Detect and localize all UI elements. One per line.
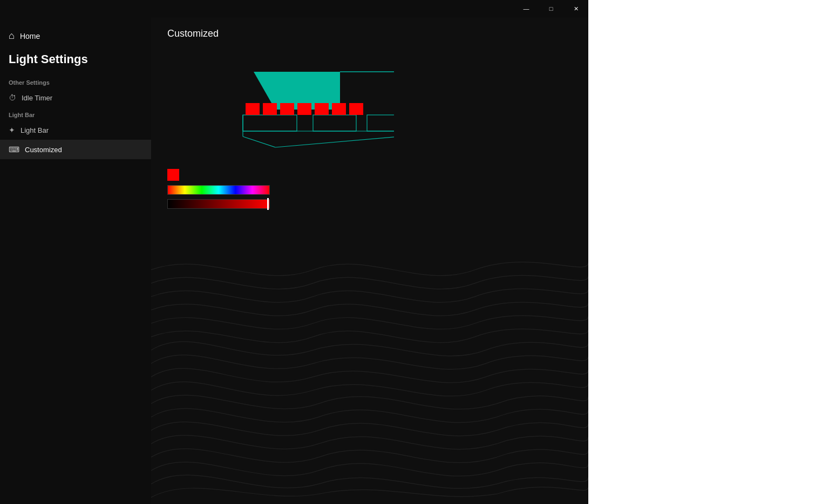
slider-thumb [267,198,269,210]
svg-line-9 [275,137,394,147]
home-link[interactable]: ⌂ Home [0,26,151,46]
light-bar-nav-label: Light Bar [21,126,49,134]
brightness-slider[interactable] [167,199,270,209]
key-3 [280,103,294,115]
brightness-slider-container [167,199,270,209]
svg-rect-3 [243,115,297,131]
light-bar-icon: ✦ [9,126,15,134]
home-label: Home [20,32,40,40]
idle-timer-nav[interactable]: ⏱ Idle Timer [0,88,151,107]
color-swatch[interactable] [167,169,179,181]
key-7 [349,103,363,115]
sidebar: ⌂ Home Light Settings Other Settings ⏱ I… [0,17,151,504]
maximize-button[interactable]: □ [539,0,563,17]
light-bar-nav[interactable]: ✦ Light Bar [0,120,151,140]
main-content: Customized [151,17,588,504]
key-6 [332,103,346,115]
close-button[interactable]: ✕ [563,0,588,17]
page-title: Light Settings [0,46,151,75]
content-title: Customized [167,28,572,39]
customized-nav-label: Customized [25,146,62,154]
idle-timer-label: Idle Timer [22,94,52,102]
customized-icon: ⌨ [9,145,19,154]
light-bar-section-label: Light Bar [0,107,151,120]
minimize-button[interactable]: — [514,0,539,17]
hue-slider[interactable] [167,185,270,195]
keyboard-svg [167,56,394,153]
right-panel [588,0,829,504]
svg-rect-4 [313,115,356,131]
color-picker-area [167,169,572,209]
title-bar: — □ ✕ [0,0,588,17]
key-2 [263,103,277,115]
keyboard-visualization [167,56,394,153]
svg-line-8 [243,137,275,147]
key-4 [297,103,311,115]
other-settings-section: Other Settings [0,75,151,88]
idle-timer-icon: ⏱ [9,93,16,102]
home-icon: ⌂ [9,30,15,42]
key-5 [315,103,329,115]
key-1 [246,103,260,115]
customized-nav[interactable]: ⌨ Customized [0,140,151,159]
wave-background: .wave-line { fill: none; stroke: #555; s… [151,236,588,504]
svg-rect-5 [367,115,394,131]
